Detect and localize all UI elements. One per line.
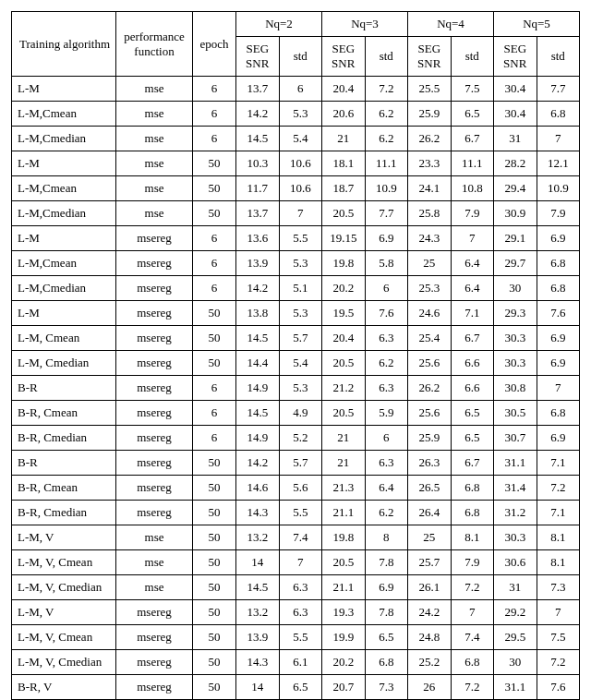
cell: 7.2 — [537, 476, 580, 501]
cell: 7 — [537, 127, 580, 151]
cell: 50 — [193, 625, 236, 650]
cell: L-M, V, Cmedian — [12, 650, 116, 675]
cell: 20.4 — [322, 77, 366, 102]
cell: 50 — [193, 600, 236, 625]
cell: B-R — [12, 376, 116, 401]
table-row: B-R, Cmedianmsereg5014.35.521.16.226.46.… — [12, 501, 580, 525]
cell: 30.3 — [494, 326, 537, 351]
cell: 25.6 — [408, 351, 452, 376]
cell: L-M,Cmean — [12, 251, 116, 276]
cell: 14.2 — [236, 102, 280, 127]
cell: L-M, Cmean — [12, 326, 116, 351]
cell: 29.2 — [494, 600, 537, 625]
cell: 6.8 — [365, 650, 408, 675]
cell: 7 — [537, 376, 580, 401]
table-row: L-M,Cmedianmse5013.7720.57.725.87.930.97… — [12, 201, 580, 226]
cell: 25.3 — [408, 276, 452, 301]
cell: mse — [116, 77, 193, 102]
cell: 30.8 — [494, 376, 537, 401]
cell: 7.2 — [451, 575, 494, 600]
cell: 29.3 — [494, 301, 537, 326]
cell: B-R — [12, 451, 116, 476]
table-row: L-M, Vmsereg5013.26.319.37.824.2729.27 — [12, 600, 580, 625]
cell: 7 — [451, 226, 494, 251]
cell: 30.3 — [494, 351, 537, 376]
cell: 7.5 — [451, 77, 494, 102]
cell: msereg — [116, 600, 193, 625]
col-std-nq4: std — [451, 37, 494, 77]
cell: 13.9 — [236, 625, 280, 650]
col-nq5: Nq=5 — [494, 12, 580, 37]
cell: mse — [116, 102, 193, 127]
cell: L-M — [12, 301, 116, 326]
cell: 5.4 — [279, 351, 322, 376]
table-row: L-M, V, Cmeanmse5014720.57.825.77.930.68… — [12, 550, 580, 575]
cell: 7.1 — [537, 501, 580, 525]
cell: 6.8 — [451, 650, 494, 675]
col-std-nq3: std — [365, 37, 408, 77]
cell: 30.9 — [494, 201, 537, 226]
cell: 6.5 — [279, 675, 322, 700]
cell: 11.1 — [365, 151, 408, 176]
cell: mse — [116, 575, 193, 600]
cell: 5.1 — [279, 276, 322, 301]
cell: 6.6 — [451, 376, 494, 401]
cell: 7 — [537, 600, 580, 625]
cell: msereg — [116, 226, 193, 251]
table-row: L-M, V, Cmedianmse5014.56.321.16.926.17.… — [12, 575, 580, 600]
cell: 7.8 — [365, 550, 408, 575]
cell: 26.1 — [408, 575, 452, 600]
cell: 31 — [494, 575, 537, 600]
cell: 5.3 — [279, 376, 322, 401]
cell: 21 — [322, 426, 366, 451]
cell: 21 — [322, 127, 366, 151]
cell: 7.3 — [537, 575, 580, 600]
cell: 29.1 — [494, 226, 537, 251]
table-row: L-M,Cmeanmse614.25.320.66.225.96.530.46.… — [12, 102, 580, 127]
cell: L-M, V, Cmean — [12, 550, 116, 575]
cell: mse — [116, 151, 193, 176]
cell: 20.2 — [322, 650, 366, 675]
cell: 10.6 — [279, 151, 322, 176]
cell: 6.8 — [537, 276, 580, 301]
cell: 6.2 — [365, 102, 408, 127]
cell: 7.9 — [451, 550, 494, 575]
cell: 30 — [494, 650, 537, 675]
col-seg-nq5: SEG SNR — [494, 37, 537, 77]
cell: 8.1 — [537, 550, 580, 575]
cell: 6.9 — [365, 226, 408, 251]
cell: 50 — [193, 675, 236, 700]
cell: 7.4 — [451, 625, 494, 650]
cell: 25 — [408, 251, 452, 276]
cell: 8 — [365, 525, 408, 550]
cell: 7.9 — [451, 201, 494, 226]
cell: B-R, Cmedian — [12, 501, 116, 525]
cell: 14 — [236, 675, 280, 700]
cell: 7.5 — [537, 625, 580, 650]
cell: 11.7 — [236, 176, 280, 201]
cell: 20.4 — [322, 326, 366, 351]
cell: B-R, V — [12, 675, 116, 700]
table-row: L-M,Cmeanmse5011.710.618.710.924.110.829… — [12, 176, 580, 201]
cell: 30.4 — [494, 77, 537, 102]
cell: 6.5 — [451, 426, 494, 451]
col-nq2: Nq=2 — [236, 12, 322, 37]
cell: L-M, V — [12, 525, 116, 550]
cell: 31 — [494, 127, 537, 151]
cell: 7.6 — [537, 675, 580, 700]
table-row: B-R, Cmeanmsereg614.54.920.55.925.66.530… — [12, 401, 580, 426]
cell: 14.9 — [236, 376, 280, 401]
cell: 25 — [408, 525, 452, 550]
cell: 21.1 — [322, 575, 366, 600]
cell: 50 — [193, 451, 236, 476]
cell: 50 — [193, 351, 236, 376]
cell: B-R, Cmean — [12, 476, 116, 501]
cell: 14.6 — [236, 476, 280, 501]
cell: 24.6 — [408, 301, 452, 326]
cell: L-M, V, Cmedian — [12, 575, 116, 600]
table-row: B-R, Vmsereg50146.520.77.3267.231.17.6 — [12, 675, 580, 700]
table-row: B-R, Cmedianmsereg614.95.221625.96.530.7… — [12, 426, 580, 451]
cell: 7.4 — [279, 525, 322, 550]
col-epoch: epoch — [193, 12, 236, 77]
cell: 12.1 — [537, 151, 580, 176]
